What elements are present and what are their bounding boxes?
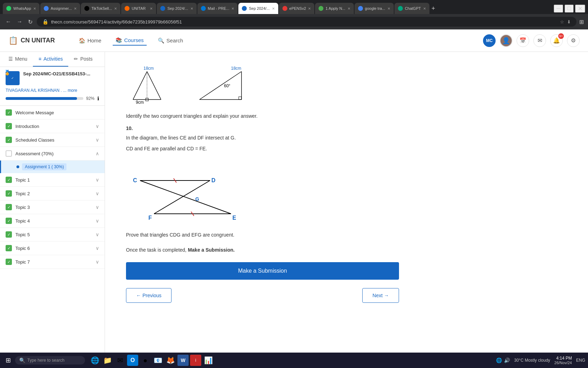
close-icon[interactable]: ✕ — [114, 7, 117, 11]
taskbar-edge-icon[interactable]: 🌐 — [89, 355, 100, 366]
notifications-button[interactable]: 🔔 9+ — [550, 34, 563, 47]
close-icon[interactable]: ✕ — [150, 7, 153, 11]
menu-item-topic4[interactable]: ✓ Topic 4 ∨ — [0, 214, 105, 228]
tab-sep2024b-active[interactable]: Sep 2024/... ✕ — [238, 3, 278, 14]
user-avatar-mc[interactable]: MC — [483, 34, 496, 47]
speaker-icon[interactable]: 🔊 — [504, 357, 510, 363]
menu-item-assessment[interactable]: Assessment (70%) ∧ — [0, 147, 105, 161]
q9-instruction: Identify the two congruent triangles and… — [126, 112, 399, 120]
taskbar-word-icon[interactable]: W — [177, 355, 189, 366]
close-icon[interactable]: ✕ — [231, 7, 234, 11]
search-label: Search — [167, 38, 183, 43]
home-label: Home — [88, 38, 102, 43]
close-icon[interactable]: ✕ — [348, 7, 350, 11]
extensions-icon[interactable]: ⊞ — [579, 19, 584, 25]
sub-item-assignment1[interactable]: Assignment 1 ( 30%) — [0, 161, 105, 173]
next-button[interactable]: Next → — [362, 288, 399, 303]
nav-home[interactable]: 🏠 Home — [76, 36, 104, 46]
q10-diagram: C D F E G — [126, 159, 399, 224]
menu-item-topic7[interactable]: ✓ Topic 7 ∨ — [0, 255, 105, 269]
assignment-label: Assignment 1 ( 30%) — [22, 163, 66, 170]
previous-button[interactable]: ← Previous — [126, 288, 172, 303]
tab-whatsapp[interactable]: WhatsApp ✕ — [3, 3, 40, 14]
menu-item-topic1[interactable]: ✓ Topic 1 ∨ — [0, 173, 105, 187]
menu-item-topic3[interactable]: ✓ Topic 3 ∨ — [0, 200, 105, 214]
maximize-button[interactable]: □ — [565, 5, 574, 13]
tab-google[interactable]: google tra... ✕ — [355, 3, 394, 14]
svg-rect-10 — [239, 97, 241, 100]
start-button[interactable]: ⊞ — [3, 355, 14, 366]
nav-search[interactable]: 🔍 Search — [155, 36, 186, 46]
activities-icon: ≡ — [38, 56, 41, 62]
taskbar-outlook-icon[interactable]: O — [127, 355, 138, 366]
tab-label: Assignmer... — [51, 6, 72, 11]
forward-button[interactable]: → — [15, 17, 24, 26]
taskbar-explorer-icon[interactable]: 📁 — [102, 355, 113, 366]
taskbar-chrome-icon[interactable]: ● — [140, 355, 151, 366]
close-window-button[interactable]: ✕ — [575, 5, 585, 13]
clock: 4:14 PM 26/Nov/24 — [554, 356, 572, 365]
chevron-down-icon: ∨ — [96, 245, 99, 251]
close-icon[interactable]: ✕ — [33, 7, 36, 11]
info-icon[interactable]: ℹ — [97, 96, 99, 101]
taskbar-search-icon: 🔍 — [19, 357, 25, 363]
taskbar-outlook2-icon[interactable]: 📧 — [152, 355, 163, 366]
q10-task: Prove that triangles CDG and EFG are con… — [126, 231, 399, 239]
logo-icon: 📋 — [8, 36, 18, 45]
tab-menu[interactable]: ☰ Menu — [3, 52, 33, 67]
tab-posts[interactable]: ✏ Posts — [68, 52, 98, 67]
dot-active-icon — [16, 165, 19, 168]
tab-epens[interactable]: ePENSv2 ✕ — [279, 3, 315, 14]
download-icon[interactable]: ⬇ — [567, 19, 571, 25]
intersecting-lines-diagram: C D F E G — [126, 159, 259, 223]
tab-assignments[interactable]: Assignmer... ✕ — [40, 3, 80, 14]
menu-item-scheduled[interactable]: ✓ Scheduled Classes ∨ — [0, 133, 105, 147]
close-icon[interactable]: ✕ — [387, 7, 390, 11]
back-button[interactable]: ← — [4, 17, 13, 26]
tab-label: UNITAR — [132, 6, 146, 11]
courses-icon: 📚 — [115, 37, 122, 43]
settings-button[interactable]: ⚙ — [567, 34, 580, 47]
mail-button[interactable]: ✉ — [533, 34, 546, 47]
taskbar-infor-icon[interactable]: i — [190, 355, 201, 366]
new-tab-button[interactable]: + — [432, 5, 435, 12]
tab-activities[interactable]: ≡ Activities — [33, 52, 68, 67]
tab-chatgpt[interactable]: ChatGPT ✕ — [394, 3, 429, 14]
close-icon[interactable]: ✕ — [423, 7, 426, 11]
taskbar-misc-icon[interactable]: 📊 — [203, 355, 214, 366]
taskbar-search[interactable]: 🔍 Type here to search — [15, 356, 85, 364]
nav-right-controls: MC 👤 📅 ✉ 🔔 9+ ⚙ — [483, 34, 580, 47]
chevron-down-icon: ∨ — [96, 259, 99, 265]
user-avatar-person[interactable]: 👤 — [500, 34, 512, 47]
nav-courses[interactable]: 📚 Courses — [113, 36, 147, 46]
tab-mail[interactable]: Mail - PRE... ✕ — [197, 3, 238, 14]
tab-unitar[interactable]: UNITAR ✕ — [121, 3, 156, 14]
assessment-label: Assessment (70%) — [15, 151, 92, 156]
search-nav-icon: 🔍 — [158, 38, 164, 44]
menu-item-topic6[interactable]: ✓ Topic 6 ∨ — [0, 241, 105, 255]
network-icon[interactable]: 🌐 — [496, 357, 502, 363]
close-icon[interactable]: ✕ — [74, 7, 77, 11]
make-submission-button[interactable]: Make a Submission — [126, 262, 399, 280]
tab-apply[interactable]: 1 Apply N... ✕ — [315, 3, 354, 14]
taskbar-firefox-icon[interactable]: 🦊 — [165, 355, 176, 366]
menu-item-topic2[interactable]: ✓ Topic 2 ∨ — [0, 187, 105, 200]
minimize-button[interactable]: ─ — [554, 5, 563, 13]
tab-sep2024a[interactable]: Sep 2024/... ✕ — [157, 3, 196, 14]
sep-icon — [160, 6, 165, 11]
student-name[interactable]: TIVAGARAN A/L KRISHNAN . ... more — [6, 88, 99, 93]
google-icon — [358, 6, 363, 11]
star-icon[interactable]: ☆ — [560, 19, 564, 25]
taskbar-mail-icon[interactable]: ✉ — [114, 355, 126, 366]
calendar-button[interactable]: 📅 — [517, 34, 529, 47]
close-icon[interactable]: ✕ — [308, 7, 311, 11]
menu-item-topic5[interactable]: ✓ Topic 5 ∨ — [0, 228, 105, 241]
check-topic5: ✓ — [6, 231, 12, 238]
tab-tiktok[interactable]: TikTokSell... ✕ — [81, 3, 120, 14]
close-icon[interactable]: ✕ — [272, 7, 275, 11]
address-bar[interactable]: 🔒 thecn.com/course/5694714/activity/66de… — [37, 17, 576, 27]
reload-button[interactable]: ↻ — [27, 17, 34, 27]
menu-item-welcome[interactable]: ✓ Welcome Message — [0, 106, 105, 120]
menu-item-introduction[interactable]: ✓ Introduction ∨ — [0, 120, 105, 133]
close-icon[interactable]: ✕ — [190, 7, 193, 11]
